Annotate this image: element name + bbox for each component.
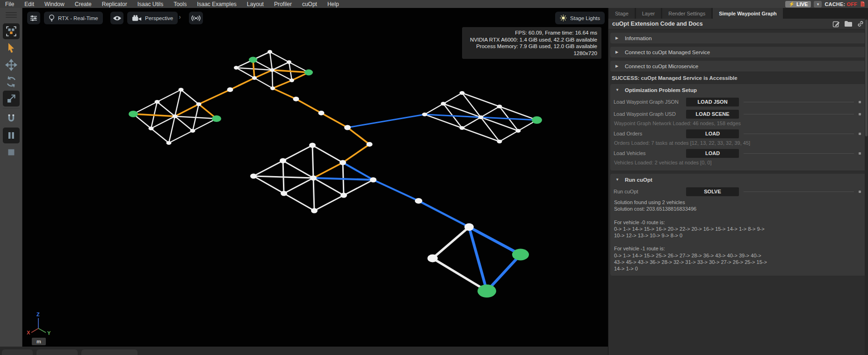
row-separator-line <box>744 153 854 154</box>
menu-item-create[interactable]: Create <box>70 1 97 7</box>
viewport-settings-button[interactable] <box>27 12 40 24</box>
vehicle1-route-edge <box>347 114 425 128</box>
pause-button[interactable] <box>3 128 20 143</box>
setting-row-load-waypoint-graph-usd: Load Waypoint Graph USDLOAD SCENE <box>610 108 866 120</box>
solver-result-line <box>610 239 866 245</box>
section-connect-to-cuopt-microservice[interactable]: ▶Connect to cuOpt Microservice <box>610 61 866 71</box>
edit-code-icon[interactable] <box>832 20 840 28</box>
axis-z-label: Z <box>36 312 40 317</box>
menu-item-profiler[interactable]: Profiler <box>269 1 297 7</box>
menu-item-isaac-examples[interactable]: Isaac Examples <box>192 1 242 7</box>
graph-node <box>270 86 275 90</box>
graph-node <box>441 102 446 106</box>
panel-scrollbar[interactable] <box>865 19 868 355</box>
graph-edge <box>169 131 193 143</box>
graph-edge <box>151 116 175 128</box>
camera-button[interactable]: Perspective <box>127 12 178 24</box>
stop-button[interactable] <box>3 144 20 160</box>
run-cuopt-frame: ▼ Run cuOpt Run cuOptSOLVE Solution foun… <box>610 174 866 276</box>
vehicle1-route-edge <box>481 117 537 120</box>
load-json-button[interactable]: LOAD JSON <box>686 98 739 106</box>
load-button[interactable]: LOAD <box>686 149 739 158</box>
live-button[interactable]: ⚡ LIVE <box>785 1 811 7</box>
vehicle0-route-edge <box>272 70 309 72</box>
link-icon[interactable] <box>857 20 864 28</box>
graph-edge <box>253 176 313 178</box>
visibility-button[interactable] <box>110 12 123 24</box>
menu-item-isaac-utils[interactable]: Isaac Utils <box>132 1 168 7</box>
run-cuopt-title: Run cuOpt <box>625 177 652 183</box>
load-scene-button[interactable]: LOAD SCENE <box>686 110 739 119</box>
cache-document-icon[interactable] <box>860 1 865 7</box>
optimization-setup-header[interactable]: ▼ Optimization Problem Setup <box>610 84 866 96</box>
renderer-button[interactable]: RTX - Real-Time <box>44 12 103 24</box>
bottom-tab[interactable] <box>81 349 137 355</box>
scale-tool-button[interactable] <box>3 91 20 106</box>
vehicle0-route-edge <box>343 144 369 163</box>
graph-node <box>252 76 257 80</box>
menu-item-window[interactable]: Window <box>39 1 70 7</box>
selection-mode-button[interactable] <box>3 23 20 39</box>
graph-node <box>293 97 299 101</box>
solver-result-line: 10-> 12-> 13-> 10-> 9-> 8-> 0 <box>610 232 866 239</box>
setting-row-load-orders: Load OrdersLOAD <box>610 128 866 140</box>
graph-node <box>270 68 275 72</box>
graph-node <box>179 88 184 92</box>
row-label: Run cuOpt <box>614 189 686 194</box>
menu-item-layout[interactable]: Layout <box>242 1 269 7</box>
menu-item-edit[interactable]: Edit <box>19 1 39 7</box>
menu-item-help[interactable]: Help <box>322 1 344 7</box>
row-end-dot <box>859 101 861 103</box>
solve-button[interactable]: SOLVE <box>686 187 739 196</box>
tab-render-settings[interactable]: Render Settings <box>662 8 711 19</box>
live-dropdown-button[interactable]: ▾ <box>814 1 822 7</box>
open-folder-icon[interactable] <box>844 21 853 27</box>
select-tool-button[interactable] <box>3 40 20 56</box>
bottom-tab[interactable] <box>2 349 33 355</box>
snap-tool-button[interactable] <box>3 111 20 127</box>
cache-status: CACHE:OFF <box>825 1 857 7</box>
cursor-icon <box>6 42 16 54</box>
section-connect-to-cuopt-managed-service[interactable]: ▶Connect to cuOpt Managed Service <box>610 47 866 57</box>
prim-select-icon <box>5 25 17 37</box>
menu-item-replicator[interactable]: Replicator <box>97 1 132 7</box>
axis-gizmo: Z X Y <box>25 306 58 339</box>
row-separator-line <box>744 192 854 192</box>
run-cuopt-header[interactable]: ▼ Run cuOpt <box>610 174 866 185</box>
toolbar-grip-handle[interactable] <box>6 11 17 19</box>
load-button[interactable]: LOAD <box>686 129 739 138</box>
graph-edge <box>284 178 313 193</box>
graph-edge <box>181 90 199 104</box>
viewport[interactable]: RTX - Real-Time Perspective › <box>22 8 608 347</box>
row-end-dot <box>859 133 861 135</box>
graph-node <box>173 114 178 118</box>
rotate-tool-button[interactable] <box>3 74 20 90</box>
graph-node <box>427 255 438 263</box>
graph-node <box>340 193 347 198</box>
vehicle0-route-edge <box>273 88 296 99</box>
stage-lights-button[interactable]: Stage Lights <box>555 12 605 24</box>
graph-edge <box>270 52 289 62</box>
camera-icon <box>132 15 142 21</box>
graph-node <box>287 60 291 64</box>
row-separator-line <box>744 102 854 102</box>
extension-title: cuOpt Extension Code and Docs <box>612 21 703 27</box>
waypoint-signal-button[interactable] <box>189 12 203 24</box>
tab-simple-waypoint-graph[interactable]: Simple Waypoint Graph <box>713 8 783 19</box>
menu-right-group: ⚡ LIVE ▾ CACHE:OFF <box>785 1 868 7</box>
menu-item-tools[interactable]: Tools <box>168 1 192 7</box>
bottom-tab[interactable] <box>36 349 78 355</box>
expand-arrow-icon: ▶ <box>615 50 620 54</box>
vehicle0-route-edge <box>347 128 369 144</box>
solver-result-line: Solution cost: 203.65138816833496 <box>610 206 866 212</box>
section-information[interactable]: ▶Information <box>610 33 866 43</box>
tab-stage[interactable]: Stage <box>609 8 635 19</box>
move-tool-button[interactable] <box>3 57 20 73</box>
menu-item-file[interactable]: File <box>0 1 19 7</box>
graph-edge <box>157 90 181 102</box>
setting-row-run-cuopt: Run cuOptSOLVE <box>610 185 866 198</box>
menu-item-cuopt[interactable]: cuOpt <box>297 1 322 7</box>
sun-icon <box>560 14 567 21</box>
graph-node <box>268 50 272 54</box>
tab-layer[interactable]: Layer <box>636 8 661 19</box>
